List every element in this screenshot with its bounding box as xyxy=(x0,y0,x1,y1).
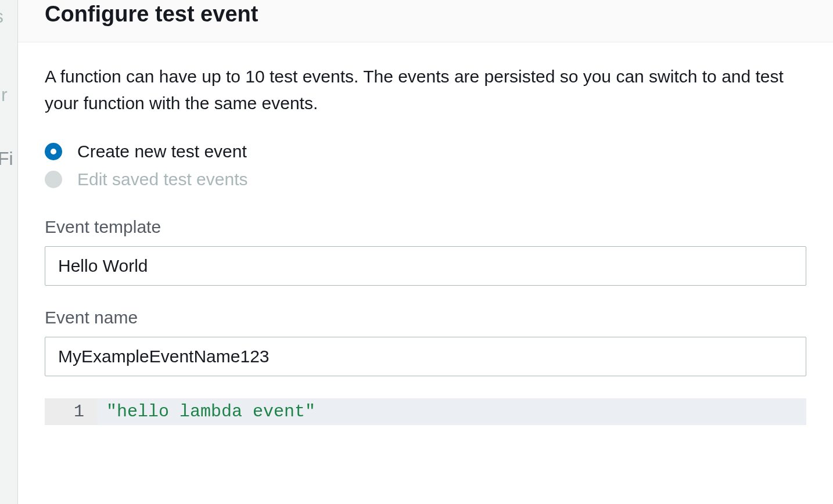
code-string: "hello lambda event" xyxy=(106,402,315,422)
radio-create-new-test-event[interactable]: Create new test event xyxy=(45,142,806,161)
modal-header: Configure test event xyxy=(18,0,833,42)
radio-label: Edit saved test events xyxy=(77,170,248,189)
event-template-label: Event template xyxy=(45,217,806,237)
radio-label: Create new test event xyxy=(77,142,247,161)
background-panel: s r Fi xyxy=(0,0,17,504)
line-number: 1 xyxy=(45,402,84,422)
event-name-field: Event name xyxy=(45,308,806,376)
event-json-editor[interactable]: 1 "hello lambda event" xyxy=(45,398,806,425)
event-name-input[interactable] xyxy=(45,337,806,376)
bg-text-fragment: Fi xyxy=(0,148,13,170)
modal-title: Configure test event xyxy=(45,0,806,28)
code-gutter: 1 xyxy=(45,398,97,425)
code-content[interactable]: "hello lambda event" xyxy=(97,398,806,425)
configure-test-event-modal: Configure test event A function can have… xyxy=(17,0,833,504)
radio-selected-icon xyxy=(45,143,62,160)
radio-edit-saved-test-events[interactable]: Edit saved test events xyxy=(45,170,806,189)
event-template-field: Event template xyxy=(45,217,806,286)
radio-unselected-icon xyxy=(45,171,62,188)
event-name-label: Event name xyxy=(45,308,806,327)
bg-text-fragment: s xyxy=(0,6,3,27)
event-template-select[interactable] xyxy=(45,246,806,286)
bg-text-fragment: r xyxy=(1,84,8,106)
event-mode-radio-group: Create new test event Edit saved test ev… xyxy=(45,142,806,189)
modal-body: A function can have up to 10 test events… xyxy=(18,42,833,425)
modal-description: A function can have up to 10 test events… xyxy=(45,63,806,117)
